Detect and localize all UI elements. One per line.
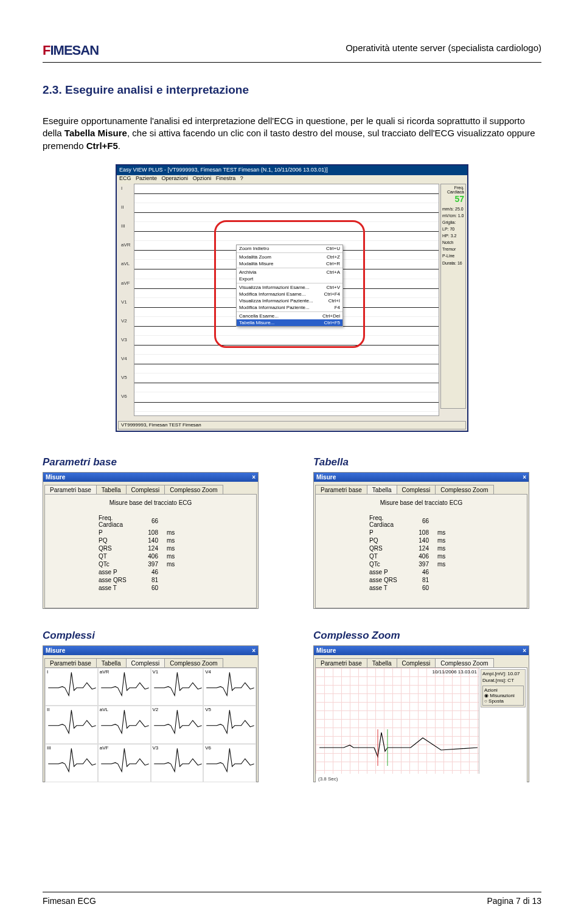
lead-label: V1	[121, 299, 127, 305]
hp-value[interactable]: 3.2	[451, 234, 457, 238]
griglia-label[interactable]: Griglia:	[442, 220, 464, 225]
footer-right: Pagina 7 di 13	[487, 896, 541, 906]
durat-label: Durat.[ms]:	[482, 678, 506, 683]
ctx-item[interactable]: Modifica Informazioni Esame...Ctrl+F4	[237, 291, 342, 297]
close-icon[interactable]: ×	[523, 474, 526, 481]
tab-tabella[interactable]: Tabella	[367, 485, 397, 495]
menu-finestra[interactable]: Finestra	[216, 175, 236, 181]
table-row: asse QRS81	[366, 577, 449, 583]
tab-complessi[interactable]: Complessi	[397, 658, 436, 668]
ctx-item[interactable]: Modalità ZoomCtrl+Z	[237, 254, 342, 260]
table-row: QRS124ms	[366, 545, 449, 552]
mvcm-value[interactable]: 1.0	[458, 214, 464, 218]
lead-label: II	[121, 204, 123, 210]
ctx-item[interactable]: Visualizza Informazioni Paziente...Ctrl+…	[237, 297, 342, 304]
durat-value: CT	[507, 678, 514, 683]
tab-tabella[interactable]: Tabella	[367, 658, 397, 668]
lead-label: V2	[121, 318, 127, 324]
complesso-cell[interactable]: III	[45, 744, 98, 782]
ctx-item[interactable]: Modalità MisureCtrl+R	[237, 260, 342, 267]
context-menu: Zoom IndietroCtrl+UModalità ZoomCtrl+ZMo…	[236, 245, 343, 327]
mwin-heading: Misure base del tracciato ECG	[45, 495, 256, 513]
ctx-item[interactable]: Zoom IndietroCtrl+U	[237, 245, 342, 252]
tab-complessi[interactable]: Complessi	[126, 485, 165, 495]
ctx-item[interactable]: ArchiviaCtrl+A	[237, 269, 342, 276]
lp-value[interactable]: 70	[450, 227, 454, 231]
lead-label: III	[121, 223, 125, 229]
ecg-titlebar: Easy VIEW PLUS - [VT9999993, Fimesan TES…	[117, 165, 467, 175]
mvcm-label: mV/cm:	[442, 214, 457, 218]
ctx-item[interactable]: Cancella Esame...Ctrl+Del	[237, 313, 342, 319]
menu-help[interactable]: ?	[240, 175, 243, 181]
page-footer: Fimesan ECG Pagina 7 di 13	[43, 892, 541, 906]
complesso-cell[interactable]: V4	[203, 668, 256, 706]
subhead-tabella: Tabella	[313, 456, 529, 468]
tab-czoom[interactable]: Complesso Zoom	[164, 658, 223, 668]
complesso-cell[interactable]: V2	[151, 706, 204, 744]
tab-complessi[interactable]: Complessi	[126, 658, 165, 668]
mwin-title: Misure	[316, 474, 336, 481]
radio-misurazioni[interactable]: ◉ Misurazioni	[484, 693, 522, 698]
notch-check[interactable]: Notch	[442, 240, 464, 245]
pline-check[interactable]: P-Line	[442, 253, 464, 259]
table-row: QT406ms	[366, 553, 449, 560]
complesso-cell[interactable]: V1	[151, 668, 204, 706]
mwin-title: Misure	[316, 647, 336, 654]
tab-czoom[interactable]: Complesso Zoom	[164, 485, 223, 495]
radio-sposta[interactable]: ○ Sposta	[484, 698, 522, 704]
section-body: Eseguire opportunamente l'analisi ed int…	[43, 115, 541, 152]
misure-window-complessi: Misure× Parametri baseTabellaComplessiCo…	[43, 645, 259, 782]
close-icon[interactable]: ×	[252, 647, 255, 654]
complessi-grid: IaVRV1V4IIaVLV2V5IIIaVFV3V6	[45, 668, 256, 782]
close-icon[interactable]: ×	[252, 474, 255, 481]
czoom-waveform	[319, 729, 478, 766]
tab-czoom[interactable]: Complesso Zoom	[435, 658, 493, 668]
complesso-cell[interactable]: aVF	[98, 744, 151, 782]
tremor-check[interactable]: Tremor	[442, 246, 464, 252]
hp-label: HP:	[442, 234, 450, 238]
ampl-value: 10.07	[507, 671, 520, 676]
complesso-cell[interactable]: V6	[203, 744, 256, 782]
lead-label: aVF	[121, 280, 130, 286]
tab-params[interactable]: Parametri base	[44, 485, 97, 495]
misure-table: Freq. Cardiaca66P108msPQ140msQRS124msQT4…	[364, 513, 450, 592]
ecg-window: Easy VIEW PLUS - [VT9999993, Fimesan TES…	[116, 164, 468, 432]
mms-label: mm/s:	[442, 207, 454, 211]
close-icon[interactable]: ×	[523, 647, 526, 654]
menu-operazioni[interactable]: Operazioni	[162, 175, 189, 181]
menu-opzioni[interactable]: Opzioni	[193, 175, 212, 181]
mms-value[interactable]: 25.0	[455, 207, 464, 211]
complesso-cell[interactable]: II	[45, 706, 98, 744]
mwin-title: Misure	[46, 474, 65, 481]
tab-tabella[interactable]: Tabella	[96, 485, 127, 495]
hr-value: 57	[442, 194, 464, 204]
lead-label: V4	[121, 356, 127, 361]
table-row: QRS124ms	[95, 545, 178, 552]
ctx-item[interactable]: Modifica Informazioni Paziente...F4	[237, 304, 342, 311]
mwin-title: Misure	[46, 647, 65, 654]
tab-params[interactable]: Parametri base	[315, 485, 367, 495]
tab-params[interactable]: Parametri base	[315, 658, 367, 668]
durata-value[interactable]: 16	[457, 261, 462, 265]
complesso-cell[interactable]: aVR	[98, 668, 151, 706]
mwin-tabs: Parametri baseTabellaComplessiComplesso …	[314, 655, 529, 667]
tab-complessi[interactable]: Complessi	[397, 485, 436, 495]
logo-rest: IMESAN	[50, 43, 99, 58]
menu-paziente[interactable]: Paziente	[136, 175, 157, 181]
menu-ecg[interactable]: ECG	[119, 175, 131, 181]
tab-tabella[interactable]: Tabella	[96, 658, 127, 668]
tab-params[interactable]: Parametri base	[44, 658, 97, 668]
ctx-item[interactable]: Tabella Misure...Ctrl+F5	[237, 319, 342, 326]
complesso-cell[interactable]: V3	[151, 744, 204, 782]
tab-czoom[interactable]: Complesso Zoom	[435, 485, 493, 495]
ctx-item[interactable]: Visualizza Informazioni Esame...Ctrl+V	[237, 284, 342, 291]
complesso-cell[interactable]: I	[45, 668, 98, 706]
misure-window-czoom: Misure× Parametri baseTabellaComplessiCo…	[313, 645, 529, 782]
complesso-cell[interactable]: aVL	[98, 706, 151, 744]
complesso-cell[interactable]: V5	[203, 706, 256, 744]
mwin-heading: Misure base del tracciato ECG	[316, 495, 527, 513]
czoom-area[interactable]: 10/11/2006 13.03.01 Ampl.[mV]: 10.07 Dur…	[316, 668, 527, 782]
lp-label: LP:	[442, 227, 449, 231]
ctx-item[interactable]: Export	[237, 276, 342, 282]
czoom-bottom-label: (3.8 Sec)	[318, 776, 338, 782]
